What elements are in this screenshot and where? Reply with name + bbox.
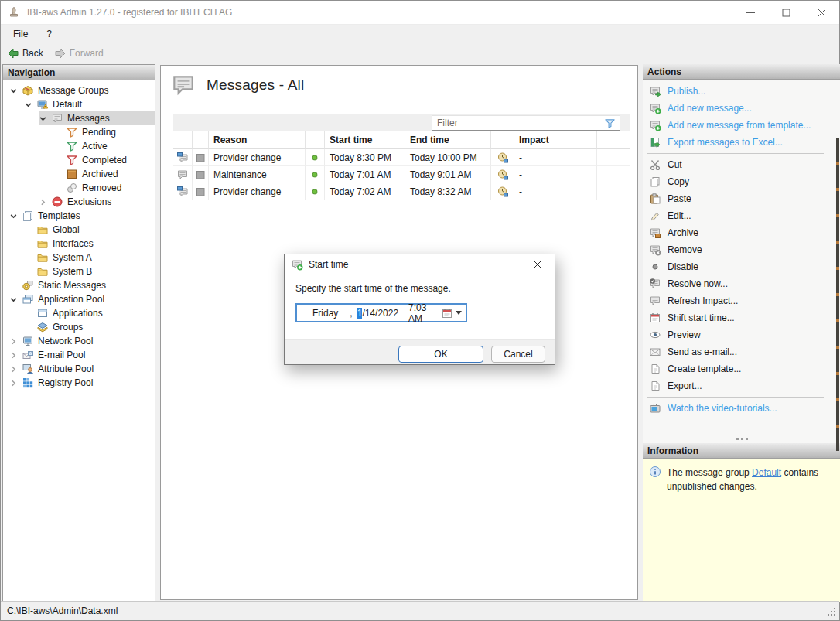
tree-item-message-groups[interactable]: Message Groups [3,84,155,97]
tree-item-completed[interactable]: Completed [3,153,155,167]
action-send-as-email[interactable]: Send as e-mail... [643,343,840,360]
tree-item-default[interactable]: Default [3,97,155,111]
back-button[interactable]: Back [7,47,43,60]
tree-item-email-pool[interactable]: E-mail Pool [3,348,155,362]
minimize-button[interactable] [732,1,768,24]
close-button[interactable] [804,1,839,24]
table-row[interactable]: Provider change Today 7:02 AM Today 8:32… [173,183,630,200]
col-status[interactable] [306,131,325,149]
tree-item-system-b[interactable]: System B [3,264,155,278]
chevron-collapsed-icon[interactable] [9,379,18,387]
action-archive[interactable]: Archive [643,224,840,241]
tree-item-system-a[interactable]: System A [3,251,155,264]
datetime-date[interactable]: /14/2022 [362,308,398,319]
chevron-collapsed-icon[interactable] [9,337,18,346]
cell-reason: Provider change [209,183,306,200]
col-impact-square[interactable] [193,131,209,149]
tree-item-static-messages[interactable]: Static Messages [3,278,155,292]
tree-item-templates[interactable]: Templates [3,209,155,223]
filter-input[interactable] [432,116,620,130]
folder-icon [36,237,49,250]
cell-start-time: Today 7:02 AM [325,183,405,200]
action-publish[interactable]: Publish... [643,83,840,100]
datetime-day[interactable]: Friday [312,308,338,319]
calendar-icon[interactable] [441,307,453,319]
col-impact[interactable]: Impact [514,131,597,149]
tree-item-network-pool[interactable]: Network Pool [3,334,155,348]
envelope-icon [649,346,661,358]
tree-item-pending[interactable]: Pending [3,125,155,139]
action-paste[interactable]: Paste [643,190,840,207]
col-impact-icon[interactable] [491,131,514,149]
datetime-month-selected[interactable]: 1 [357,308,363,319]
datetime-picker[interactable]: Friday , 1 /14/2022 7:03 AM [295,303,467,322]
forward-button[interactable]: Forward [54,47,104,60]
action-cut[interactable]: Cut [643,156,840,173]
col-end-time[interactable]: End time [405,131,491,149]
tree-item-archived[interactable]: Archived [3,167,155,181]
dialog-close-button[interactable] [521,254,555,275]
action-resolve-now[interactable]: Resolve now... [643,275,840,292]
panel-splitter[interactable] [643,435,840,442]
window-title: IBI-aws Admin 1.27.0 - registered for IB… [27,7,232,18]
tree-item-application-pool[interactable]: Application Pool [3,292,155,306]
application-window-icon [36,307,49,319]
menu-help[interactable]: ? [37,25,61,43]
action-shift-start-time[interactable]: Shift start time... [643,309,840,326]
action-copy[interactable]: Copy [643,173,840,190]
col-type-icon[interactable] [173,131,193,149]
action-disable[interactable]: Disable [643,258,840,275]
action-add-new-message[interactable]: Add new message... [643,100,840,117]
navigation-header: Navigation [3,65,155,80]
tree-item-removed[interactable]: Removed [3,181,155,195]
chevron-collapsed-icon[interactable] [39,198,47,206]
tree-item-exclusions[interactable]: Exclusions [3,195,155,209]
filter-funnel-icon[interactable] [604,118,616,129]
action-edit[interactable]: Edit... [643,207,840,224]
cancel-button[interactable]: Cancel [491,346,545,363]
action-refresh-impact[interactable]: Refresh Impact... [643,292,840,309]
tree-item-groups[interactable]: Groups [3,320,155,334]
tree-item-applications[interactable]: Applications [3,306,155,320]
chevron-expanded-icon[interactable] [9,295,18,304]
action-watch-video-tutorials[interactable]: Watch the video-tutorials... [643,400,840,417]
tree-item-messages[interactable]: Messages [3,111,155,125]
action-export-excel[interactable]: Export messages to Excel... [643,134,840,151]
table-row[interactable]: Provider change Today 8:30 PM Today 10:0… [173,149,630,166]
col-reason[interactable]: Reason [209,131,306,149]
chevron-expanded-icon[interactable] [39,114,47,123]
col-spacer [597,131,630,149]
action-create-template[interactable]: Create template... [643,360,840,377]
default-group-icon [36,98,49,111]
action-remove[interactable]: Remove [643,241,840,258]
navigation-panel: Navigation Message Groups Default Messag… [2,64,155,602]
tree-item-active[interactable]: Active [3,139,155,153]
tree-item-registry-pool[interactable]: Registry Pool [3,376,155,390]
chevron-expanded-icon[interactable] [9,212,18,220]
tree-item-interfaces[interactable]: Interfaces [3,237,155,251]
ok-button[interactable]: OK [398,346,483,363]
col-start-time[interactable]: Start time [325,131,405,149]
resize-grip[interactable] [827,607,837,617]
menu-file[interactable]: File [1,25,37,43]
action-add-message-from-template[interactable]: Add new message from template... [643,117,840,134]
chevron-collapsed-icon[interactable] [9,365,18,374]
chevron-collapsed-icon[interactable] [9,351,18,360]
information-panel: Information The message group Default co… [643,443,840,602]
datetime-time[interactable]: 7:03 AM [408,302,441,324]
default-group-link[interactable]: Default [752,467,781,478]
tree-item-attribute-pool[interactable]: Attribute Pool [3,362,155,376]
maximize-button[interactable] [768,1,804,24]
action-preview[interactable]: Preview [643,326,840,343]
impact-pending-clock-icon [497,186,509,198]
action-export[interactable]: Export... [643,377,840,394]
resolve-check-icon [649,278,661,290]
folder-icon [36,265,49,278]
app-logo-icon [8,6,20,19]
archive-box-icon [66,168,78,180]
chevron-expanded-icon[interactable] [9,87,18,95]
dropdown-caret-icon[interactable] [456,311,462,315]
chevron-expanded-icon[interactable] [24,101,32,109]
tree-item-global[interactable]: Global [3,223,155,237]
table-row[interactable]: Maintenance Today 7:01 AM Today 9:01 AM … [173,166,630,183]
